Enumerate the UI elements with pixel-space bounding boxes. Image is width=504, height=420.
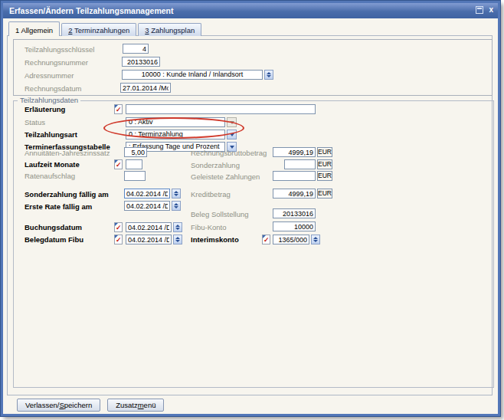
status-dropdown[interactable]: 0 : Aktiv xyxy=(126,117,225,127)
groupbox-title: Teilzahlungsdaten xyxy=(18,96,80,104)
erlaeuterung-field[interactable] xyxy=(126,104,316,114)
edit-check-icon[interactable] xyxy=(114,104,123,114)
teilzahlungsart-dropdown-arrow-icon[interactable] xyxy=(227,130,237,139)
fibu-konto-label: Fibu-Konto xyxy=(191,223,226,231)
window-title: Erfassen/Ändern Teilzahlungsmanagement xyxy=(3,3,498,18)
belegdatum-fibu-spinner[interactable] xyxy=(173,235,182,244)
ratenaufschlag-field[interactable] xyxy=(124,171,146,181)
adressnummer-combo[interactable]: 10000 : Kunde Inland / Inlandsort xyxy=(122,70,263,80)
teilzahlungsschluessel-label: Teilzahlungsschlüssel xyxy=(25,45,94,54)
belegdatum-fibu-date-field[interactable] xyxy=(126,235,172,244)
adressnummer-spinner[interactable] xyxy=(264,70,273,80)
laufzeit-monate-label: Laufzeit Monate xyxy=(25,160,80,169)
kreditbetrag-label: Kreditbetrag xyxy=(191,190,231,199)
zusatzmenu-button[interactable]: Zusatzmenü xyxy=(107,399,164,412)
rechnungsnummer-label: Rechnungsnummer xyxy=(25,58,88,67)
sonderzahlung-unit: EUR xyxy=(317,159,332,169)
erlaeuterung-label: Erläuterung xyxy=(25,105,65,113)
rechnungsbrutto-unit: EUR xyxy=(317,147,332,157)
kreditbetrag-field[interactable] xyxy=(273,189,316,199)
teilzahlungsart-dropdown[interactable]: 0 : Terminzahlung xyxy=(126,130,225,139)
erste-rate-spinner[interactable] xyxy=(172,201,181,211)
geleistete-zahlungen-field[interactable] xyxy=(273,171,316,181)
screen: Erfassen/Ändern Teilzahlungsmanagement x… xyxy=(0,0,504,420)
verlassen-speichern-button[interactable]: Verlassen/Speichern xyxy=(17,399,100,412)
erste-rate-label: Erste Rate fällig am xyxy=(25,202,92,211)
edit-check-icon[interactable] xyxy=(114,159,123,169)
interimskonto-spinner[interactable] xyxy=(311,235,320,244)
rechnungsdatum-field[interactable] xyxy=(120,83,171,93)
buchungsdatum-label: Buchungsdatum xyxy=(25,223,82,231)
titlebar-controls: x xyxy=(476,6,493,14)
button-row: Verlassen/Speichern Zusatzmenü xyxy=(17,399,164,412)
edit-check-icon[interactable] xyxy=(114,222,123,232)
tab-strip: 1 Allgemein 2 Terminzahlungen 3 Zahlungs… xyxy=(8,21,201,36)
rechnungsnummer-field[interactable] xyxy=(122,57,160,67)
edit-check-icon[interactable] xyxy=(262,235,270,244)
laufzeit-monate-field[interactable] xyxy=(126,159,142,169)
ratenaufschlag-label: Ratenaufschlag xyxy=(25,172,75,180)
annuitaeten-label: Annuitäten-Jahreszinssatz xyxy=(25,149,110,157)
rechnungsbrutto-label: Rechnungsbruttobetrag xyxy=(191,149,267,157)
fibu-konto-field[interactable] xyxy=(273,221,316,231)
teilzahlungsschluessel-field[interactable] xyxy=(123,44,149,54)
close-icon[interactable]: x xyxy=(489,6,493,14)
tab-allgemein[interactable]: 1 Allgemein xyxy=(8,21,60,36)
sonderzahlung-field[interactable] xyxy=(284,159,316,169)
interimskonto-field[interactable] xyxy=(273,235,309,244)
adressnummer-label: Adressnummer xyxy=(25,71,74,80)
titlebar[interactable]: Erfassen/Ändern Teilzahlungsmanagement x xyxy=(3,3,498,18)
annuitaeten-field[interactable] xyxy=(124,147,147,157)
maximize-icon[interactable] xyxy=(476,6,483,14)
beleg-sollstellung-label: Beleg Sollstellung xyxy=(191,210,249,218)
interimskonto-label: Interimskonto xyxy=(191,235,239,244)
tab-zahlungsplan[interactable]: 3 Zahlungsplan xyxy=(138,23,201,36)
edit-check-icon[interactable] xyxy=(114,235,123,244)
beleg-sollstellung-field[interactable] xyxy=(273,208,316,218)
sonderzahlung-faellig-date-field[interactable] xyxy=(124,189,170,199)
rechnungsdatum-label: Rechnungsdatum xyxy=(25,84,81,93)
dialog-window: Erfassen/Ändern Teilzahlungsmanagement x… xyxy=(1,1,500,416)
kreditbetrag-unit: EUR xyxy=(317,189,332,199)
buchungsdatum-date-field[interactable] xyxy=(126,222,172,232)
status-label: Status xyxy=(25,118,45,126)
rechnungsbrutto-field[interactable] xyxy=(273,147,316,157)
geleistete-zahlungen-label: Geleistete Zahlungen xyxy=(191,172,260,181)
geleistete-zahlungen-unit: EUR xyxy=(317,171,332,181)
sonderzahlung-faellig-label: Sonderzahlung fällig am xyxy=(25,190,109,199)
sonderzahlung-faellig-spinner[interactable] xyxy=(172,189,181,199)
sonderzahlung-label: Sonderzahlung xyxy=(191,161,240,169)
tab-terminzahlungen[interactable]: 2 Terminzahlungen xyxy=(61,23,136,36)
buchungsdatum-spinner[interactable] xyxy=(173,222,182,232)
belegdatum-fibu-label: Belegdatum Fibu xyxy=(25,235,83,244)
erste-rate-date-field[interactable] xyxy=(124,201,170,211)
teilzahlungsart-label: Teilzahlungsart xyxy=(25,130,77,139)
status-dropdown-arrow-icon xyxy=(227,117,237,127)
